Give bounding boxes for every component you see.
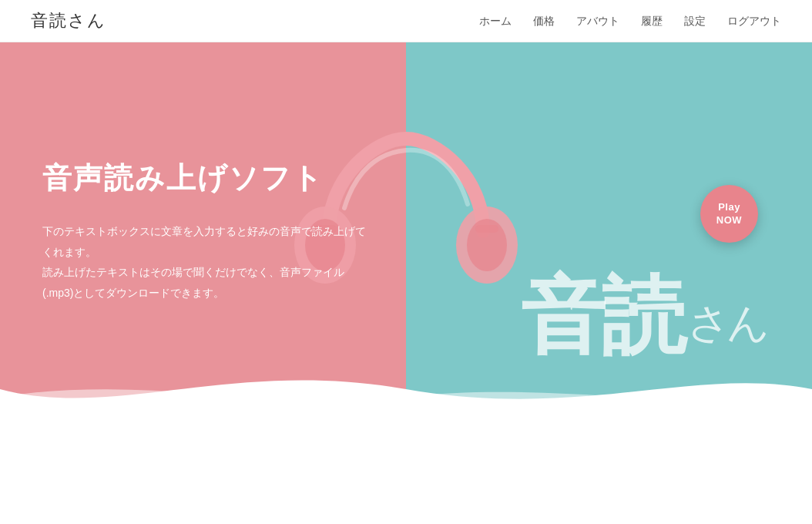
nav-item-logout[interactable]: ログアウト bbox=[727, 14, 781, 29]
hero-section: 音声読み上げソフト 下のテキストボックスに文章を入力すると好みの音声で読み上げて… bbox=[0, 42, 812, 420]
nav-link-price[interactable]: 価格 bbox=[533, 15, 555, 27]
hero-desc-line2: くれます。 bbox=[42, 246, 96, 258]
hero-title: 音声読み上げソフト bbox=[42, 159, 366, 198]
nav-links: ホーム 価格 アバウト 履歴 設定 ログアウト bbox=[479, 14, 781, 29]
nav-link-history[interactable]: 履歴 bbox=[641, 15, 663, 27]
hero-watermark-main: 音読 bbox=[521, 274, 683, 358]
hero-watermark-sub: さん bbox=[687, 295, 766, 352]
nav-item-history[interactable]: 履歴 bbox=[641, 14, 663, 29]
nav-link-home[interactable]: ホーム bbox=[479, 15, 512, 27]
below-hero bbox=[0, 420, 812, 524]
play-now-line1: Play bbox=[718, 201, 740, 214]
hero-desc-line1: 下のテキストボックスに文章を入力すると好みの音声で読み上げて bbox=[42, 225, 366, 237]
hero-wave bbox=[0, 358, 812, 420]
hero-desc-line4: (.mp3)としてダウンロードできます。 bbox=[42, 287, 224, 299]
play-now-button[interactable]: Play NOW bbox=[700, 185, 758, 243]
nav-link-settings[interactable]: 設定 bbox=[684, 15, 706, 27]
brand-logo[interactable]: 音読さん bbox=[31, 9, 106, 32]
play-now-line2: NOW bbox=[716, 214, 742, 227]
svg-rect-5 bbox=[475, 225, 498, 233]
hero-desc-line3: 読み上げたテキストはその場で聞くだけでなく、音声ファイル bbox=[42, 267, 344, 279]
nav-item-settings[interactable]: 設定 bbox=[684, 14, 706, 29]
hero-description: 下のテキストボックスに文章を入力すると好みの音声で読み上げて くれます。 読み上… bbox=[42, 221, 366, 303]
nav-link-logout[interactable]: ログアウト bbox=[727, 15, 781, 27]
nav-link-about[interactable]: アバウト bbox=[576, 15, 619, 27]
nav-item-about[interactable]: アバウト bbox=[576, 14, 619, 29]
hero-left-content: 音声読み上げソフト 下のテキストボックスに文章を入力すると好みの音声で読み上げて… bbox=[42, 159, 366, 303]
hero-watermark-text: 音読 さん bbox=[521, 274, 766, 358]
nav-item-price[interactable]: 価格 bbox=[533, 14, 555, 29]
nav-item-home[interactable]: ホーム bbox=[479, 14, 512, 29]
navbar: 音読さん ホーム 価格 アバウト 履歴 設定 ログアウト bbox=[0, 0, 812, 42]
